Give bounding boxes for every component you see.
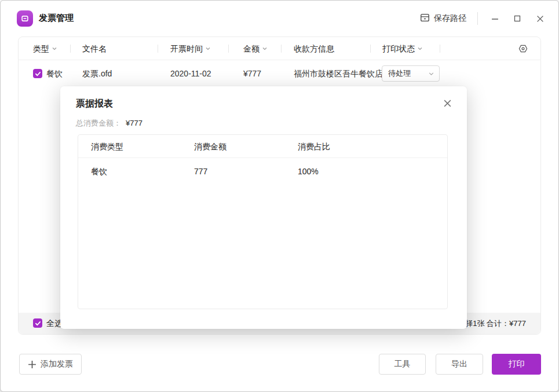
column-divider — [440, 45, 440, 53]
titlebar-controls: 保存路径 — [419, 1, 546, 36]
total-label: 总消费金额： — [76, 119, 121, 127]
modal-title: 票据报表 — [76, 98, 113, 110]
sort-chevron-icon — [262, 46, 268, 52]
sort-chevron-icon — [52, 46, 57, 52]
report-col-consume-ratio: 消费占比 — [298, 135, 330, 158]
check-icon — [35, 71, 41, 77]
cell-type: 餐饮 — [46, 60, 63, 87]
save-path-label: 保存路径 — [434, 13, 466, 24]
check-icon — [35, 320, 41, 327]
table-row[interactable]: 餐饮 发票.ofd 2020-11-02 ¥777 福州市鼓楼区吾牛餐饮店 待处… — [19, 60, 540, 87]
app-window: 发票管理 保存路径 类型 — [0, 0, 559, 392]
column-header-payee[interactable]: 收款方信息 — [294, 37, 334, 60]
titlebar: 发票管理 保存路径 — [1, 1, 558, 36]
app-logo-icon — [17, 10, 33, 27]
column-header-print-status[interactable]: 打印状态 — [382, 37, 423, 60]
save-path-button[interactable]: 保存路径 — [419, 12, 466, 25]
cell-filename: 发票.ofd — [82, 60, 112, 87]
print-status-dropdown[interactable]: 待处理 — [382, 65, 440, 82]
cell-payee: 福州市鼓楼区吾牛餐饮店 — [294, 60, 383, 87]
total-consumption: 总消费金额：¥777 — [76, 118, 143, 129]
close-window-button[interactable] — [534, 13, 546, 24]
add-invoice-button[interactable]: 添加发票 — [19, 354, 82, 375]
minimize-button[interactable] — [489, 13, 500, 24]
row-checkbox[interactable] — [33, 69, 42, 78]
plus-icon — [28, 360, 36, 369]
report-cell-type: 餐饮 — [91, 158, 107, 185]
add-invoice-label: 添加发票 — [41, 359, 73, 369]
cell-amount: ¥777 — [243, 60, 261, 87]
save-path-icon — [419, 12, 430, 25]
maximize-button[interactable] — [511, 13, 523, 24]
report-row: 餐饮 777 100% — [78, 158, 447, 185]
report-header-row: 消费类型 消费金额 消费占比 — [78, 135, 447, 158]
print-button[interactable]: 打印 — [492, 354, 541, 375]
column-header-amount[interactable]: 金额 — [243, 37, 268, 60]
print-status-value: 待处理 — [388, 68, 411, 79]
select-all-checkbox[interactable] — [33, 318, 42, 328]
cell-invoice-time: 2020-11-02 — [170, 60, 211, 87]
column-header-type[interactable]: 类型 — [33, 37, 57, 60]
chevron-down-icon — [428, 71, 434, 77]
column-header-invoice-time[interactable]: 开票时间 — [170, 37, 211, 60]
sort-chevron-icon — [205, 46, 211, 52]
report-col-consume-type: 消费类型 — [91, 135, 123, 158]
app-title: 发票管理 — [39, 13, 74, 24]
total-value: ¥777 — [126, 119, 143, 127]
report-col-consume-amount: 消费金额 — [194, 135, 226, 158]
table-settings-gear-icon[interactable] — [518, 43, 528, 56]
tools-button[interactable]: 工具 — [379, 354, 426, 375]
column-divider — [281, 45, 282, 53]
column-divider — [158, 45, 158, 53]
export-button[interactable]: 导出 — [436, 354, 483, 375]
titlebar-divider — [477, 12, 478, 25]
report-table: 消费类型 消费金额 消费占比 餐饮 777 100% — [78, 134, 448, 309]
column-header-filename[interactable]: 文件名 — [82, 37, 107, 60]
report-cell-amount: 777 — [194, 158, 207, 185]
column-divider — [70, 45, 71, 53]
sort-chevron-icon — [417, 46, 423, 52]
column-divider — [228, 45, 229, 53]
table-header-row: 类型 文件名 开票时间 金额 收款方信息 打印状态 — [19, 37, 540, 60]
modal-close-icon[interactable] — [443, 99, 452, 110]
report-modal: 票据报表 总消费金额：¥777 消费类型 消费金额 消费占比 餐饮 777 10… — [60, 86, 467, 329]
column-divider — [370, 45, 371, 53]
report-cell-ratio: 100% — [298, 158, 319, 185]
